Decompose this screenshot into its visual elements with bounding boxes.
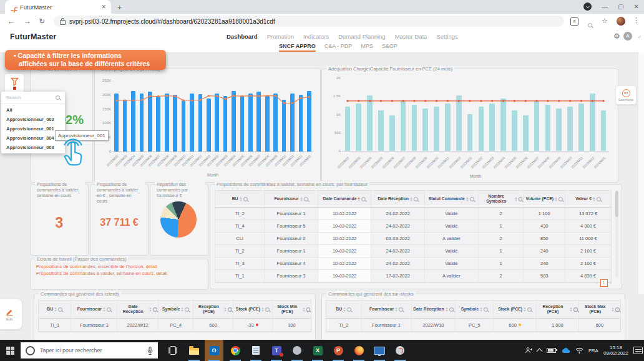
battery-icon[interactable] [547, 348, 556, 353]
table-row[interactable]: CLIFournisseur 210-02-202203-03-2022A va… [215, 233, 611, 245]
nav-item-master-data[interactable]: Master Data [395, 33, 427, 40]
table-row[interactable]: TI_3Fournisseur 410-02-202224-02-2022Val… [215, 258, 611, 270]
column-search-icon[interactable] [228, 307, 232, 312]
task-view-button[interactable] [163, 340, 182, 361]
column-header-date-r-ception[interactable]: Date Réception [371, 191, 425, 207]
column-header-stock-min-pce[interactable]: Stock Min (PCE) [273, 301, 311, 318]
subtab-mps[interactable]: MPS [361, 43, 373, 51]
column-header-nombre-symboles[interactable]: Nombre Symboles [479, 191, 524, 207]
microphone-icon[interactable] [147, 347, 153, 355]
excel-button[interactable]: X [308, 340, 327, 361]
column-header-stock-pce[interactable]: Stock (PCE) [233, 301, 273, 318]
powerpoint-button[interactable]: P [329, 340, 348, 361]
zoom-icon[interactable] [588, 23, 592, 27]
sort-icon[interactable] [149, 307, 152, 312]
forward-icon[interactable]: → [24, 17, 31, 26]
sort-icon[interactable] [343, 307, 346, 312]
column-search-icon[interactable] [414, 197, 418, 201]
sort-icon[interactable] [555, 197, 557, 201]
sort-icon[interactable] [300, 197, 303, 201]
teams-button[interactable]: T [267, 340, 286, 361]
dropdown-option-approvisionneur-003[interactable]: Approvisionneur_003 [1, 143, 65, 152]
table-row[interactable]: TI_1Fournisseur 32022/W12PC_4600-33100 [39, 319, 311, 332]
bookmark-star-icon[interactable]: ☆ [602, 17, 608, 25]
table-row[interactable]: TI_2Fournisseur 110-02-202224-02-2022Val… [215, 208, 611, 220]
column-header-bu[interactable]: BU [215, 191, 265, 207]
scrollbar-thumb[interactable] [615, 191, 618, 217]
column-header-symbole[interactable]: Symbole [456, 301, 494, 318]
notepad-button[interactable] [246, 340, 265, 361]
work-screen-link[interactable]: Propositions de commandes, ensemble de l… [36, 264, 157, 269]
expand-arrow-icon[interactable]: ↔ [635, 32, 643, 40]
url-field[interactable]: svprj-psl03-02.fmprojects.cloud/#/dashbo… [54, 16, 564, 27]
firefox-button[interactable] [349, 340, 368, 361]
sort-icon[interactable] [181, 307, 183, 312]
column-header-reception-pce[interactable]: Reception (PCE) [193, 301, 233, 318]
tab-close-icon[interactable]: ✕ [101, 4, 106, 10]
column-search-icon[interactable] [107, 307, 111, 312]
subtab-c-a-pdp[interactable]: C&A - PDP [324, 43, 353, 51]
sort-icon[interactable] [240, 197, 242, 201]
table-row[interactable]: TI_1Fournisseur 310-02-202217-02-2022A v… [215, 270, 611, 282]
dropdown-option-approvisionneur-002[interactable]: Approvisionneur_002 [1, 115, 65, 124]
maximize-button[interactable]: ▢ [618, 3, 623, 10]
sort-icon[interactable] [466, 197, 469, 201]
wifi-icon[interactable] [575, 347, 583, 354]
column-header-date-r-ception[interactable]: Date Réception [412, 301, 456, 318]
onedrive-cloud-icon[interactable] [561, 347, 570, 354]
sort-icon[interactable] [524, 307, 526, 312]
column-header-reception-pce[interactable]: Reception (PCE) [537, 301, 579, 318]
padlock-icon[interactable] [60, 20, 66, 25]
column-search-icon[interactable] [559, 197, 563, 201]
prev-page-icon[interactable]: ‹ [596, 281, 597, 286]
filter-button[interactable] [4, 74, 24, 93]
nav-item-demand-planning[interactable]: Demand Planning [338, 33, 386, 40]
column-header-valeur[interactable]: Valeur € [565, 191, 611, 207]
edit-button[interactable]: Edit [0, 299, 22, 330]
sort-icon[interactable] [261, 307, 264, 312]
show-hidden-icons-chevron[interactable] [537, 349, 543, 355]
gear-icon[interactable]: ⚙ [613, 32, 620, 41]
sort-icon[interactable] [446, 307, 448, 312]
clock[interactable]: 15:18 09/02/2022 [603, 345, 628, 356]
page-number[interactable]: 1 [600, 279, 608, 287]
column-search-icon[interactable] [519, 197, 523, 201]
column-search-icon[interactable] [185, 307, 189, 312]
remote-desktop-button[interactable] [370, 340, 389, 361]
chat-app-button[interactable] [288, 340, 306, 361]
subtab-sncf-appro[interactable]: SNCF APPRO [279, 43, 316, 52]
sort-icon[interactable] [480, 307, 482, 312]
column-search-icon[interactable] [265, 307, 270, 312]
column-header-statut-commande[interactable]: Statut Commande [425, 191, 479, 207]
column-search-icon[interactable] [470, 197, 474, 201]
work-screen-link[interactable]: Propositions de commandes à valider, sem… [36, 271, 167, 276]
sort-icon[interactable] [54, 307, 57, 312]
column-header-fournisseur[interactable]: Fournisseur [265, 191, 318, 207]
column-search-icon[interactable] [449, 307, 454, 312]
table-row[interactable]: TI_4Fournisseur 510-02-202224-02-2022Val… [215, 220, 611, 233]
column-header-stock-pce[interactable]: Stock (PCE) [494, 301, 536, 318]
minimize-button[interactable]: — [602, 3, 608, 10]
column-search-icon[interactable] [399, 307, 403, 312]
nav-item-indicators[interactable]: Indicators [303, 33, 329, 40]
sort-icon[interactable] [515, 197, 517, 201]
browser-avatar[interactable] [617, 17, 625, 26]
start-button[interactable] [0, 340, 21, 361]
translate-icon[interactable]: a [570, 17, 578, 26]
new-tab-button[interactable]: + [117, 3, 122, 12]
column-header-bu[interactable]: BU [39, 301, 71, 318]
column-search-icon[interactable] [597, 197, 601, 201]
next-page-icon[interactable]: › [610, 281, 612, 286]
sort-icon[interactable] [570, 307, 572, 312]
table-row[interactable]: TI_2Fournisseur 12022/W10PC_56001 000600 [326, 319, 620, 332]
dropdown-search-input[interactable]: Search [1, 92, 65, 104]
back-icon[interactable]: ← [7, 17, 15, 26]
language-indicator[interactable]: FRA [588, 348, 598, 354]
sort-icon[interactable] [303, 307, 305, 312]
sort-icon[interactable] [395, 307, 398, 312]
column-search-icon[interactable] [304, 197, 308, 201]
column-search-icon[interactable] [243, 197, 248, 201]
subtab-s-op[interactable]: S&OP [382, 43, 398, 51]
column-header-fournisseur[interactable]: Fournisseur [71, 301, 117, 318]
comments-button[interactable]: Comments [615, 85, 637, 105]
